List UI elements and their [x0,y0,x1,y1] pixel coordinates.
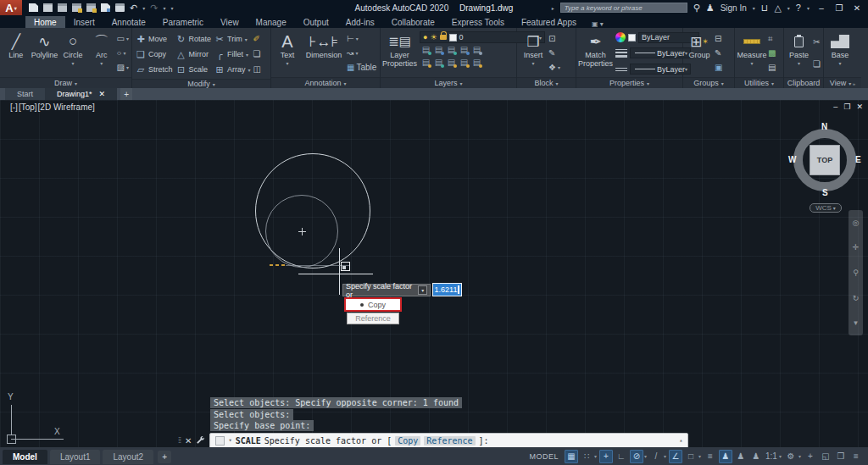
ribbon-display-toggle-icon[interactable]: ▣ ▾ [592,20,604,28]
lineweight-icon[interactable] [615,49,627,58]
lineweight-display-toggle[interactable]: ≡ [704,450,717,463]
dynamic-input-options-icon[interactable]: ▾ [418,285,427,295]
autocad-logo-icon[interactable]: A▾ [0,0,22,15]
restore-button[interactable]: ❐ [833,3,845,13]
tab-featured-apps[interactable]: Featured Apps [513,16,585,28]
undo-icon[interactable]: ↶ [130,3,137,12]
group-edit-button[interactable]: ✎ [715,48,722,58]
panel-label-layers[interactable]: Layers▾ [381,77,516,88]
search-binoculars-icon[interactable]: ⚲ [693,3,700,12]
command-option-reference[interactable]: Reference [424,436,475,446]
ellipse-button[interactable]: ○▾ [117,48,129,58]
redo-dropdown-icon[interactable]: ▾ [163,5,165,11]
lineweight-dropdown[interactable]: ByLayer▾ [630,47,691,58]
snap-mode-toggle[interactable]: ∷ [580,450,593,463]
search-collapse-icon[interactable]: ▸ [552,5,554,11]
layer-tool-icon[interactable]: ▤ [420,58,432,69]
viewcube-south[interactable]: S [822,188,828,197]
trim-button[interactable]: ✂Trim▾ [214,34,251,45]
open-file-icon[interactable] [43,3,53,12]
explode-button[interactable]: ❏ [253,49,261,59]
viewcube-east[interactable]: E [855,155,861,164]
dynamic-input-value[interactable]: 1.6211 [432,283,462,296]
layer-tool-icon[interactable]: ▤ [445,58,458,69]
minimize-button[interactable]: – [815,3,827,13]
annotation-monitor-toggle[interactable]: + [804,450,817,463]
panel-label-properties[interactable]: Properties▾ [576,77,682,88]
layout-tab-model[interactable]: Model [3,450,47,464]
dynamic-input-toggle[interactable]: + [599,450,613,463]
panel-label-view[interactable]: View▾ » [824,77,861,88]
app-store-cart-icon[interactable]: ⊔ [761,3,769,12]
apps-dropdown-icon[interactable]: ▾ [787,5,790,11]
object-snap-toggle[interactable]: ∠ [669,450,682,463]
color-wheel-icon[interactable] [615,32,626,42]
tab-manage[interactable]: Manage [248,16,295,28]
customize-wrench-icon[interactable] [196,435,205,446]
layer-tool-icon[interactable]: ▤ [458,58,470,69]
isodraft-dropdown-icon[interactable]: ▾ [644,453,647,459]
rectangle-button[interactable]: ▭▾ [117,34,129,44]
orbit-icon[interactable]: ↻ [853,294,860,302]
tab-collaborate[interactable]: Collaborate [383,16,443,28]
layer-tool-icon[interactable]: ▤ [420,45,432,56]
quick-calc-button[interactable]: ▩ [768,48,776,58]
command-history-expand-icon[interactable]: ▴ [679,437,682,444]
snap-dropdown-icon[interactable]: ▾ [594,453,597,459]
file-tab-start[interactable]: Start [5,88,45,100]
sign-in-button[interactable]: Sign In [721,3,747,13]
panel-label-annotation[interactable]: Annotation▾ [271,77,380,88]
panel-label-clipboard[interactable]: Clipboard [784,77,823,88]
otrack-dropdown-icon[interactable]: ▾ [664,453,666,459]
layer-tool-icon[interactable]: ▤ [432,58,445,69]
recent-commands-icon[interactable] [215,436,225,446]
autoscale-toggle[interactable]: ♟ [734,450,748,463]
workspace-dropdown-icon[interactable]: ▾ [798,453,801,459]
tab-express-tools[interactable]: Express Tools [443,16,513,28]
grid-display-toggle[interactable]: ▦ [565,450,578,463]
new-layout-button[interactable]: + [158,451,171,463]
dimension-button[interactable]: ⊦↔⊧Dimension [302,30,346,77]
undo-dropdown-icon[interactable]: ▾ [142,5,145,11]
new-file-icon[interactable] [29,3,38,12]
layer-properties-button[interactable]: ≣▤ Layer Properties [382,30,417,77]
linetype-dropdown[interactable]: ByLayer▾ [630,64,691,75]
pan-icon[interactable]: ✛ [853,243,860,252]
customization-menu[interactable]: ≡ [849,450,863,463]
workspace-switching-gear[interactable]: ⚙ [784,450,798,463]
layer-lock-icon[interactable] [440,35,447,40]
annotation-scale-icon[interactable]: ♟ [749,450,763,463]
create-block-button[interactable]: ⊡ [548,34,560,44]
zoom-icon[interactable]: ⚲ [853,268,859,277]
new-drawing-tab-button[interactable]: + [120,88,132,100]
edit-attributes-button[interactable]: ✎ [548,48,560,58]
arc-button[interactable]: ⌒Arc▾ [87,30,116,77]
scale-dropdown-icon[interactable]: ▾ [779,453,782,459]
layer-on-bulb-icon[interactable]: ● [423,33,427,42]
text-button[interactable]: AText▾ [273,30,302,77]
panel-label-block[interactable]: Block▾ [517,77,576,88]
erase-button[interactable]: ✐ [253,34,261,44]
layout-tab-layout2[interactable]: Layout2 [103,450,153,464]
close-button[interactable]: ✕ [851,3,863,13]
mirror-button[interactable]: △Mirror [176,49,212,60]
dock-grip-handle[interactable]: ⁞⁞ [178,436,181,445]
layer-tool-icon[interactable]: ▤ [470,58,483,69]
hatch-button[interactable]: ▨▾ [117,63,129,73]
move-button[interactable]: ✚Move [136,34,173,45]
tab-view[interactable]: View [212,16,248,28]
autodesk-apps-icon[interactable]: △ [774,3,781,12]
table-button[interactable]: ▦Table [347,63,376,73]
cut-button[interactable]: ✂ [813,37,821,47]
layer-tool-icon[interactable]: ▤ [458,45,470,56]
stretch-button[interactable]: ▱Stretch [136,64,173,75]
viewcube-top-face[interactable]: TOP [810,145,840,175]
command-dropdown-icon[interactable]: ▾ [228,437,231,444]
qat-customize-icon[interactable]: ▾ [170,5,173,11]
tab-output[interactable]: Output [295,16,337,28]
save-icon[interactable] [58,3,67,12]
object-snap-settings-toggle[interactable]: □ [684,450,698,463]
ortho-mode-toggle[interactable]: ∟ [615,450,628,463]
navigation-bar[interactable]: ◎ ✛ ⚲ ↻ ▾ [849,210,863,335]
navbar-more-icon[interactable]: ▾ [854,318,858,327]
